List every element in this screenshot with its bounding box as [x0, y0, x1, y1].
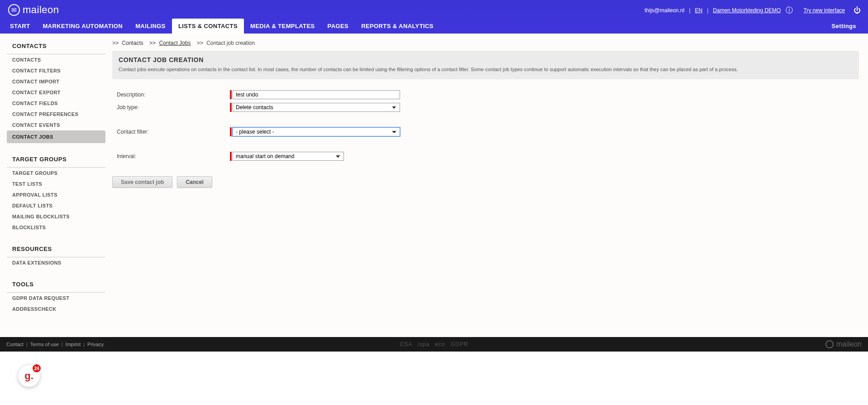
row-interval: Interval: manual start on demand — [112, 150, 859, 163]
label-description: Description: — [117, 92, 230, 98]
sidebar-item-contact-preferences[interactable]: CONTACT PREFERENCES — [7, 109, 105, 120]
info-panel: Contact Job Creation Contact jobs execut… — [112, 51, 859, 79]
footer-link-privacy[interactable]: Privacy — [87, 342, 104, 347]
sidebar-item-test-lists[interactable]: TEST LISTS — [7, 178, 105, 189]
sidebar-item-blocklists[interactable]: BLOCKLISTS — [7, 222, 105, 233]
footer-logo: maileon — [825, 340, 862, 348]
footer-brand-icon — [825, 340, 834, 348]
try-interface-link[interactable]: Try new interface — [803, 7, 845, 14]
save-button[interactable]: Save contact job — [112, 176, 172, 188]
brand-text: maileon — [23, 4, 59, 16]
description-input[interactable] — [233, 90, 400, 99]
row-job-type: Job type: Delete contacts — [112, 101, 859, 114]
sidebar-item-contact-fields[interactable]: CONTACT FIELDS — [7, 98, 105, 109]
nav-item-marketing-automation[interactable]: MARKETING AUTOMATION — [36, 19, 129, 34]
breadcrumb-sep: >> — [197, 40, 203, 46]
panel-title: Contact Job Creation — [119, 56, 853, 63]
sidebar-item-contact-events[interactable]: CONTACT EVENTS — [7, 120, 105, 130]
footer-brand-text: maileon — [836, 340, 862, 348]
footer-links: Contact|Terms of use|Imprint|Privacy — [6, 342, 104, 347]
sidebar-item-gdpr-data-request[interactable]: GDPR DATA REQUEST — [7, 293, 105, 304]
account-link[interactable]: Damen Motorkleding DEMO — [713, 7, 781, 14]
nav-item-reports-analytics[interactable]: REPORTS & ANALYTICS — [355, 19, 440, 34]
nav-item-media-templates[interactable]: MEDIA & TEMPLATES — [244, 19, 321, 34]
job-type-select[interactable]: Delete contacts — [233, 103, 400, 112]
nav-item-mailings[interactable]: MAILINGS — [129, 19, 172, 34]
main-nav: STARTMARKETING AUTOMATIONMAILINGSLISTS &… — [4, 19, 440, 34]
label-interval: Interval: — [117, 153, 230, 159]
header-bar: ✉ maileon thijs@maileon.nl | EN | Damen … — [0, 0, 868, 34]
required-marker — [230, 90, 232, 99]
header-right: thijs@maileon.nl | EN | Damen Motorkledi… — [644, 6, 861, 14]
sidebar-title-target-groups: TARGET GROUPS — [7, 152, 105, 168]
brand-icon: ✉ — [8, 4, 20, 16]
cancel-button[interactable]: Cancel — [177, 176, 212, 188]
language-link[interactable]: EN — [695, 7, 703, 14]
sidebar-item-default-lists[interactable]: DEFAULT LISTS — [7, 200, 105, 211]
sidebar-item-contact-import[interactable]: CONTACT IMPORT — [7, 76, 105, 87]
main-content: >> Contacts >> Contact Jobs >> Contact j… — [112, 34, 868, 337]
footer-badge-csa: CSA — [400, 341, 413, 347]
sidebar-item-addresscheck[interactable]: ADDRESSCHECK — [7, 304, 105, 314]
required-marker — [230, 127, 232, 136]
button-row: Save contact job Cancel — [112, 176, 859, 188]
nav-item-lists-contacts[interactable]: LISTS & CONTACTS — [172, 19, 244, 34]
row-description: Description: — [112, 88, 859, 101]
sidebar-item-target-groups[interactable]: TARGET GROUPS — [7, 168, 105, 178]
label-job-type: Job type: — [117, 104, 230, 111]
separator: | — [689, 7, 690, 14]
label-contact-filter: Contact filter: — [117, 129, 230, 135]
sidebar: CONTACTSCONTACTSCONTACT FILTERSCONTACT I… — [0, 34, 112, 337]
sidebar-item-approval-lists[interactable]: APPROVAL LISTS — [7, 189, 105, 200]
sidebar-item-mailing-blocklists[interactable]: MAILING BLOCKLISTS — [7, 211, 105, 222]
nav-settings[interactable]: Settings — [825, 19, 863, 34]
breadcrumb-sep: >> — [112, 40, 119, 46]
sidebar-item-data-extensions[interactable]: DATA EXTENSIONS — [7, 257, 105, 268]
footer-badge-ispa: ispa — [418, 341, 429, 347]
sidebar-item-contact-filters[interactable]: CONTACT FILTERS — [7, 65, 105, 76]
interval-select[interactable]: manual start on demand — [233, 152, 344, 161]
breadcrumb-current: Contact job creation — [206, 40, 255, 46]
breadcrumb-sep: >> — [149, 40, 156, 46]
contact-filter-select[interactable]: - please select - — [233, 127, 400, 136]
footer-badge-eco: eco — [435, 341, 445, 347]
sidebar-title-tools: TOOLS — [7, 277, 105, 293]
required-marker — [230, 103, 232, 112]
sidebar-title-resources: RESOURCES — [7, 242, 105, 257]
brand-logo[interactable]: ✉ maileon — [8, 4, 59, 16]
footer-link-terms-of-use[interactable]: Terms of use — [30, 342, 59, 347]
separator: | — [707, 7, 708, 14]
row-contact-filter: Contact filter: - please select - — [112, 125, 859, 138]
footer-link-contact[interactable]: Contact — [6, 342, 24, 347]
footer-link-imprint[interactable]: Imprint — [66, 342, 81, 347]
required-marker — [230, 152, 232, 161]
breadcrumb-contact-jobs[interactable]: Contact Jobs — [159, 40, 191, 46]
nav-item-pages[interactable]: PAGES — [321, 19, 355, 34]
nav-item-start[interactable]: START — [4, 19, 36, 34]
footer-badges: CSAispaecoGDPR — [400, 341, 468, 347]
panel-text: Contact jobs execute operations on conta… — [119, 66, 853, 73]
info-icon[interactable]: ⓘ — [785, 6, 793, 14]
sidebar-title-contacts: CONTACTS — [7, 39, 105, 54]
body-wrap: CONTACTSCONTACTSCONTACT FILTERSCONTACT I… — [0, 34, 868, 337]
footer-badge-gdpr: GDPR — [451, 341, 468, 347]
breadcrumb: >> Contacts >> Contact Jobs >> Contact j… — [112, 40, 859, 46]
sidebar-item-contact-export[interactable]: CONTACT EXPORT — [7, 87, 105, 98]
footer: Contact|Terms of use|Imprint|Privacy CSA… — [0, 337, 868, 352]
power-icon[interactable]: ⏻ — [853, 6, 861, 14]
sidebar-item-contact-jobs[interactable]: CONTACT JOBS — [7, 130, 105, 143]
user-email: thijs@maileon.nl — [644, 7, 684, 14]
breadcrumb-contacts[interactable]: Contacts — [122, 40, 143, 46]
sidebar-item-contacts[interactable]: CONTACTS — [7, 54, 105, 65]
